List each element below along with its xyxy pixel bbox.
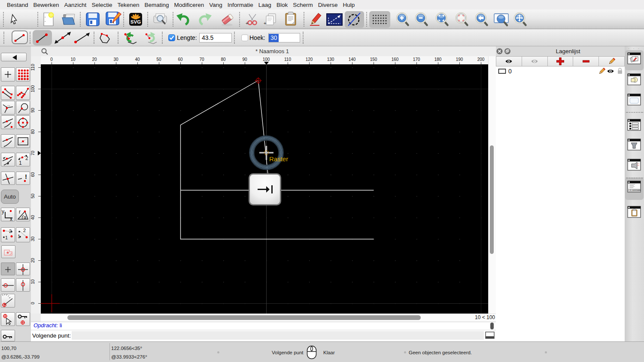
svg-text:40: 40: [31, 215, 35, 220]
svg-text:160: 160: [392, 57, 399, 62]
svg-text:100: 100: [263, 57, 270, 62]
svg-text:1: 1: [19, 160, 22, 166]
svg-text:110: 110: [284, 57, 291, 62]
svg-text:C: command: C: command: [630, 189, 641, 191]
svg-text:Raster: Raster: [269, 155, 288, 163]
svg-text:20: 20: [31, 258, 35, 263]
svg-text:170: 170: [413, 57, 420, 62]
svg-text:Lagenlijst: Lagenlijst: [556, 48, 580, 54]
svg-text:100: 100: [31, 85, 35, 92]
svg-text:120: 120: [306, 57, 313, 62]
svg-text:130: 130: [327, 57, 334, 62]
svg-text:x: x: [10, 216, 12, 221]
svg-text:0: 0: [31, 302, 35, 305]
svg-text:110: 110: [31, 64, 35, 71]
svg-text:60: 60: [31, 172, 35, 177]
svg-text:2: 2: [9, 229, 12, 234]
svg-text:50: 50: [31, 193, 35, 199]
svg-text:1: 1: [5, 235, 8, 240]
svg-text:30: 30: [113, 57, 118, 62]
svg-text:y: y: [2, 208, 4, 214]
svg-text:SVG: SVG: [131, 19, 141, 24]
svg-text:+: +: [246, 21, 248, 26]
svg-text:200: 200: [477, 57, 485, 62]
svg-text:40: 40: [135, 57, 140, 62]
svg-text:70: 70: [31, 151, 35, 156]
svg-text:70: 70: [199, 57, 204, 62]
svg-text:2: 2: [25, 155, 28, 161]
svg-text:10: 10: [31, 279, 35, 284]
svg-text:180: 180: [434, 57, 442, 62]
svg-text:r: r: [19, 209, 21, 215]
svg-text:50: 50: [156, 57, 161, 62]
svg-text:10: 10: [70, 57, 76, 62]
svg-text:30: 30: [31, 236, 35, 241]
svg-text:80: 80: [221, 57, 226, 62]
svg-text:90: 90: [31, 108, 35, 113]
svg-text:190: 190: [456, 57, 463, 62]
svg-text:80: 80: [31, 129, 35, 134]
svg-text:20: 20: [92, 57, 97, 62]
svg-text:60: 60: [178, 57, 183, 62]
svg-text:0: 0: [50, 57, 53, 62]
svg-text:+: +: [264, 21, 266, 26]
svg-text:90: 90: [242, 57, 247, 62]
svg-text:0: 0: [508, 68, 512, 75]
svg-text:2: 2: [23, 228, 26, 233]
svg-text:150: 150: [370, 57, 377, 62]
svg-text:a: a: [24, 214, 27, 220]
svg-text:140: 140: [349, 57, 356, 62]
svg-text:!: !: [25, 173, 27, 180]
